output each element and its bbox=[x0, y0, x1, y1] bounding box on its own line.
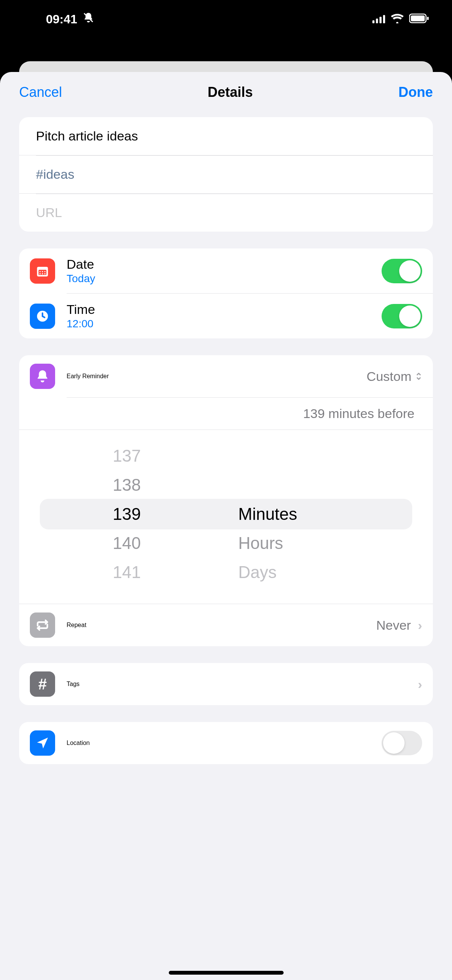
reminder-url-input[interactable]: URL bbox=[19, 194, 433, 232]
done-button[interactable]: Done bbox=[398, 84, 433, 100]
svg-rect-4 bbox=[383, 15, 385, 23]
bell-off-icon bbox=[83, 12, 94, 26]
sheet-title: Details bbox=[208, 84, 253, 100]
time-value: 12:00 bbox=[67, 318, 95, 330]
repeat-row[interactable]: Repeat Never › bbox=[19, 604, 433, 646]
date-switch[interactable] bbox=[382, 259, 422, 283]
tags-label: Tags bbox=[67, 681, 80, 688]
svg-point-10 bbox=[39, 271, 41, 272]
reminder-notes-input[interactable]: #ideas bbox=[19, 155, 433, 194]
tags-row[interactable]: # Tags › bbox=[19, 663, 433, 705]
svg-rect-1 bbox=[372, 20, 374, 23]
time-row[interactable]: Time 12:00 bbox=[19, 294, 433, 338]
chevron-right-icon: › bbox=[418, 618, 422, 633]
svg-point-14 bbox=[42, 273, 43, 274]
clock-icon bbox=[30, 304, 55, 329]
repeat-label: Repeat bbox=[67, 622, 86, 629]
date-row[interactable]: Date Today bbox=[19, 248, 433, 293]
date-label: Date bbox=[67, 257, 95, 272]
location-card: Location bbox=[19, 722, 433, 764]
repeat-value: Never bbox=[376, 618, 411, 633]
up-down-chevron-icon bbox=[415, 371, 422, 381]
repeat-icon bbox=[30, 612, 55, 638]
sheet-header: Cancel Details Done bbox=[0, 72, 452, 117]
time-switch[interactable] bbox=[382, 304, 422, 328]
svg-rect-6 bbox=[411, 15, 424, 21]
location-row[interactable]: Location bbox=[19, 722, 433, 764]
svg-point-15 bbox=[44, 273, 46, 274]
svg-rect-7 bbox=[427, 16, 429, 20]
bell-icon bbox=[30, 364, 55, 389]
location-arrow-icon bbox=[30, 730, 55, 756]
time-label: Time bbox=[67, 302, 95, 317]
early-reminder-row[interactable]: Early Reminder Custom bbox=[19, 355, 433, 397]
early-reminder-label: Early Reminder bbox=[67, 373, 109, 380]
svg-point-11 bbox=[42, 271, 43, 272]
picker-unit-wheel[interactable]: . . . Minutes Hours Days Weeks bbox=[214, 441, 413, 587]
svg-rect-2 bbox=[376, 18, 378, 23]
cellular-signal-icon bbox=[372, 12, 385, 26]
hash-icon: # bbox=[30, 671, 55, 697]
location-switch[interactable] bbox=[382, 731, 422, 755]
picker-unit-selected: Minutes bbox=[238, 500, 297, 529]
early-reminder-value-selector[interactable]: Custom bbox=[367, 369, 422, 384]
reminder-title-input[interactable]: Pitch article ideas bbox=[19, 117, 433, 155]
location-label: Location bbox=[67, 740, 90, 746]
chevron-right-icon: › bbox=[418, 677, 422, 692]
wifi-icon bbox=[391, 12, 404, 26]
svg-point-12 bbox=[44, 271, 46, 272]
date-value: Today bbox=[67, 273, 95, 285]
status-bar: 09:41 bbox=[0, 0, 452, 38]
early-reminder-card: Early Reminder Custom 139 minutes before… bbox=[19, 355, 433, 646]
time-picker[interactable]: 136 137 138 139 140 141 142 . . . Minute bbox=[40, 441, 412, 587]
status-time: 09:41 bbox=[46, 12, 77, 26]
cancel-button[interactable]: Cancel bbox=[19, 84, 62, 100]
title-card: Pitch article ideas #ideas URL bbox=[19, 117, 433, 232]
picker-number-selected: 139 bbox=[113, 500, 141, 529]
details-sheet: Cancel Details Done Pitch article ideas … bbox=[0, 72, 452, 980]
picker-number-wheel[interactable]: 136 137 138 139 140 141 142 bbox=[40, 441, 214, 587]
svg-point-13 bbox=[39, 273, 41, 274]
reminder-summary: 139 minutes before bbox=[19, 398, 433, 430]
battery-icon bbox=[409, 12, 429, 26]
card-stack-behind bbox=[19, 61, 433, 72]
tags-card: # Tags › bbox=[19, 663, 433, 705]
datetime-card: Date Today Time 12:00 bbox=[19, 248, 433, 338]
home-indicator[interactable] bbox=[169, 971, 284, 975]
svg-rect-3 bbox=[380, 16, 382, 23]
calendar-icon bbox=[30, 258, 55, 284]
